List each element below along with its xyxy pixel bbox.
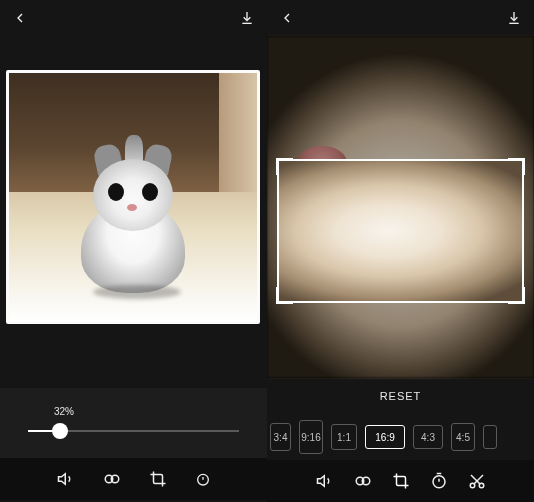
download-icon[interactable]: [506, 10, 522, 26]
crop-media-area[interactable]: [267, 36, 534, 378]
topbar-left: [0, 0, 267, 36]
pane-edit-progress: 32%: [0, 0, 267, 502]
crop-icon[interactable]: [149, 470, 167, 488]
timer-icon[interactable]: [430, 472, 448, 490]
bottom-toolbar-right: [267, 460, 534, 502]
link-icon[interactable]: [354, 472, 372, 490]
ratio-4-3[interactable]: 4:3: [413, 425, 443, 449]
timer-icon[interactable]: [195, 470, 211, 488]
reset-row: RESET: [267, 378, 534, 414]
progress-value-label: 32%: [54, 406, 239, 417]
link-icon[interactable]: [103, 470, 121, 488]
ratio-3-4[interactable]: 3:4: [270, 423, 291, 451]
progress-slider[interactable]: [28, 421, 239, 441]
pane-crop: RESET 3:49:161:116:94:34:5: [267, 0, 534, 502]
svg-point-4: [197, 474, 208, 485]
progress-slider-area: 32%: [0, 388, 267, 458]
topbar-right: [267, 0, 534, 36]
media-preview[interactable]: [6, 70, 260, 324]
back-icon[interactable]: [12, 10, 28, 26]
ratio-1-1[interactable]: 1:1: [331, 424, 357, 450]
svg-marker-7: [317, 476, 324, 487]
cut-icon[interactable]: [468, 472, 486, 490]
back-icon[interactable]: [279, 10, 295, 26]
crop-handle-br[interactable]: [508, 287, 525, 304]
app-root: 32%: [0, 0, 534, 502]
crop-rectangle[interactable]: [277, 159, 524, 303]
bottom-toolbar-left: [0, 458, 267, 500]
volume-icon[interactable]: [316, 472, 334, 490]
ratio-9-16[interactable]: 9:16: [299, 420, 323, 454]
ratio-16-9[interactable]: 16:9: [365, 425, 405, 449]
reset-button[interactable]: RESET: [374, 389, 428, 403]
ratio-4-5[interactable]: 4:5: [451, 423, 475, 451]
crop-handle-tr[interactable]: [508, 158, 525, 175]
crop-icon[interactable]: [392, 472, 410, 490]
volume-icon[interactable]: [57, 470, 75, 488]
aspect-ratio-row: 3:49:161:116:94:34:5: [267, 414, 534, 460]
download-icon[interactable]: [239, 10, 255, 26]
crop-handle-tl[interactable]: [276, 158, 293, 175]
svg-marker-1: [58, 474, 65, 485]
crop-handle-bl[interactable]: [276, 287, 293, 304]
slider-thumb[interactable]: [52, 423, 68, 439]
kitten-illustration: [63, 143, 203, 293]
ratio-more[interactable]: [483, 425, 497, 449]
media-preview-wrap: [0, 36, 267, 330]
